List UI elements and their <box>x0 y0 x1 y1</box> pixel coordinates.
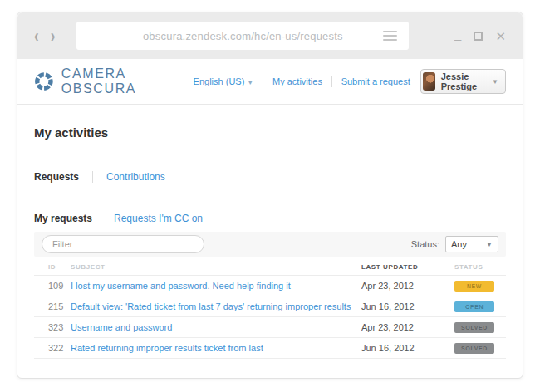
ticket-id: 323 <box>34 322 71 332</box>
brand-name: CAMERA OBSCURA <box>61 66 194 96</box>
requests-table: ID SUBJECT LAST UPDATED STATUS 109 I los… <box>34 258 506 359</box>
tab-requests[interactable]: Requests <box>34 171 79 183</box>
nav-submit-request[interactable]: Submit a request <box>341 76 410 86</box>
url-text: obscura.zendesk.com/hc/en-us/requests <box>143 30 343 42</box>
browser-window: ‹ › obscura.zendesk.com/hc/en-us/request… <box>17 12 523 379</box>
filter-input[interactable] <box>42 235 204 253</box>
language-selector[interactable]: English (US)▼ <box>194 76 254 86</box>
user-name: Jessie Prestige <box>441 71 486 91</box>
table-row: 322 Rated returning improper results tic… <box>34 338 506 359</box>
table-row: 215 Default view: 'Rated ticket from las… <box>34 296 506 317</box>
chevron-down-icon: ▼ <box>247 79 253 86</box>
status-badge: SOLVED <box>454 322 494 333</box>
ticket-updated: Jun 16, 2012 <box>361 343 454 353</box>
column-header-id: ID <box>34 263 71 271</box>
back-icon[interactable]: ‹ <box>34 27 39 46</box>
browser-chrome: ‹ › obscura.zendesk.com/hc/en-us/request… <box>17 12 523 59</box>
ticket-subject-link[interactable]: Rated returning improper results ticket … <box>71 343 263 353</box>
ticket-subject-link[interactable]: Default view: 'Rated ticket from last 7 … <box>71 301 351 311</box>
ticket-updated: Apr 23, 2012 <box>361 281 454 291</box>
tab-contributions[interactable]: Contributions <box>106 171 165 183</box>
aperture-icon <box>34 71 54 92</box>
ticket-subject-link[interactable]: I lost my username and password. Need he… <box>71 281 291 291</box>
table-row: 323 Username and password Apr 23, 2012 S… <box>34 317 506 338</box>
column-header-subject: SUBJECT <box>71 263 361 271</box>
menu-icon[interactable] <box>383 31 397 41</box>
url-bar[interactable]: obscura.zendesk.com/hc/en-us/requests <box>76 22 409 50</box>
status-badge: OPEN <box>454 301 494 312</box>
chevron-down-icon: ▼ <box>486 241 493 248</box>
status-value: Any <box>451 239 467 249</box>
nav-divider <box>263 76 263 87</box>
table-header-row: ID SUBJECT LAST UPDATED STATUS <box>34 258 506 276</box>
subtab-requests-cc[interactable]: Requests I'm CC on <box>114 213 203 224</box>
status-dropdown[interactable]: Any ▼ <box>445 236 498 252</box>
ticket-id: 322 <box>34 343 71 353</box>
page-title: My activities <box>34 125 506 140</box>
ticket-subject-link[interactable]: Username and password <box>71 322 172 332</box>
table-row: 109 I lost my username and password. Nee… <box>34 276 506 296</box>
user-menu-button[interactable]: Jessie Prestige ▼ <box>420 69 506 94</box>
maximize-icon[interactable] <box>474 32 483 41</box>
column-header-status: STATUS <box>454 263 506 271</box>
tab-divider <box>92 171 93 183</box>
status-label: Status: <box>411 239 439 249</box>
avatar <box>423 72 435 91</box>
status-badge: SOLVED <box>454 343 494 354</box>
brand-logo[interactable]: CAMERA OBSCURA <box>34 66 194 96</box>
ticket-id: 109 <box>34 281 71 291</box>
nav-divider <box>331 76 332 87</box>
chevron-down-icon: ▼ <box>492 78 498 86</box>
status-badge: NEW <box>454 281 494 292</box>
ticket-updated: Jun 16, 2012 <box>361 301 454 311</box>
minimize-icon[interactable]: – <box>454 32 461 45</box>
subtab-my-requests[interactable]: My requests <box>34 213 92 224</box>
ticket-updated: Apr 23, 2012 <box>361 322 454 332</box>
nav-my-activities[interactable]: My activities <box>272 76 322 86</box>
column-header-updated: LAST UPDATED <box>361 263 454 271</box>
filter-bar: Status: Any ▼ <box>34 232 506 257</box>
close-icon[interactable]: ✕ <box>495 30 506 42</box>
site-header: CAMERA OBSCURA English (US)▼ My activiti… <box>17 59 523 105</box>
forward-icon[interactable]: › <box>51 27 56 46</box>
ticket-id: 215 <box>34 301 71 311</box>
